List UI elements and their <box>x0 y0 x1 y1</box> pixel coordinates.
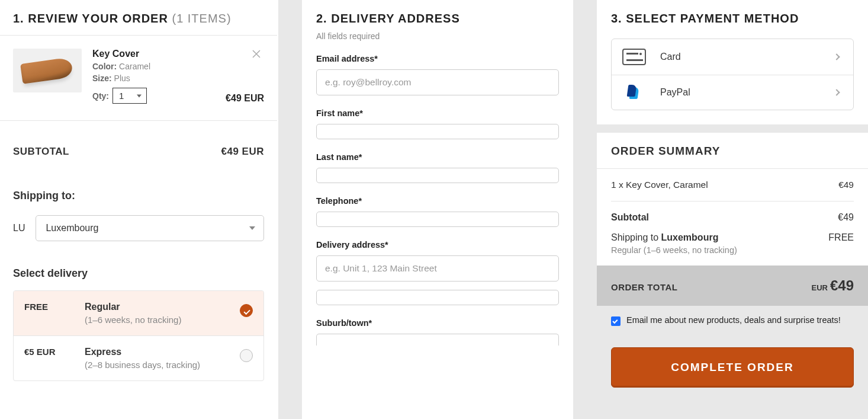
first-name-input[interactable] <box>316 124 559 139</box>
last-name-label: Last name* <box>316 152 559 162</box>
order-total-label: ORDER TOTAL <box>611 282 677 292</box>
complete-order-button[interactable]: COMPLETE ORDER <box>611 347 854 388</box>
delivery-price: €5 EUR <box>24 347 75 357</box>
address-label: Delivery address* <box>316 240 559 250</box>
qty-label: Qty: <box>92 91 109 101</box>
delivery-option-express[interactable]: €5 EUR Express (2–8 business days, track… <box>14 335 263 380</box>
email-optin-label: Email me about new products, deals and s… <box>626 315 841 325</box>
suburb-input[interactable] <box>316 334 559 346</box>
telephone-label: Telephone* <box>316 196 559 206</box>
delivery-option-regular[interactable]: FREE Regular (1–6 weeks, no tracking) <box>14 291 263 335</box>
delivery-detail: (2–8 business days, tracking) <box>85 360 230 370</box>
email-input[interactable]: e.g. roy@bellroy.com <box>316 69 559 95</box>
delivery-address-panel: 2. DELIVERY ADDRESS All fields required … <box>302 0 573 419</box>
product-size: Size: Plus <box>92 73 264 83</box>
delivery-name: Express <box>85 347 230 357</box>
delivery-price: FREE <box>24 302 75 312</box>
email-label: Email address* <box>316 54 559 63</box>
remove-item-button[interactable] <box>251 49 262 61</box>
summary-line-item: 1 x Key Cover, Caramel <box>611 180 708 190</box>
line-item-price: €49 EUR <box>226 93 264 104</box>
country-select[interactable]: Luxembourg <box>36 215 264 241</box>
all-fields-note: All fields required <box>316 31 559 41</box>
address-line1-input[interactable]: e.g. Unit 1, 123 Main Street <box>316 255 559 282</box>
qty-select[interactable]: 1 <box>112 88 147 104</box>
email-optin[interactable]: Email me about new products, deals and s… <box>611 315 854 326</box>
delivery-title: 2. DELIVERY ADDRESS <box>316 12 559 25</box>
order-total-currency: EUR <box>812 283 828 292</box>
radio-selected-icon <box>240 304 253 317</box>
order-summary-title: ORDER SUMMARY <box>611 145 854 158</box>
shipping-to-label: Shipping to: <box>13 190 264 202</box>
order-total-value: €49 <box>830 277 854 293</box>
cart-line-item: Key Cover Color: Caramel Size: Plus Qty:… <box>13 49 264 104</box>
payment-option-paypal[interactable]: PayPal <box>612 75 853 110</box>
subtotal-label: SUBTOTAL <box>13 146 69 158</box>
delivery-options: FREE Regular (1–6 weeks, no tracking) €5… <box>13 290 264 381</box>
delivery-detail: (1–6 weeks, no tracking) <box>85 315 230 325</box>
summary-subtotal-label: Subtotal <box>611 212 649 223</box>
close-icon <box>252 50 261 58</box>
country-code: LU <box>13 223 25 234</box>
payment-option-card[interactable]: Card <box>612 39 853 75</box>
chevron-right-icon <box>833 89 840 95</box>
last-name-input[interactable] <box>316 168 559 183</box>
summary-subtotal-value: €49 <box>838 212 854 223</box>
summary-shipping-line: Shipping to Luxembourg <box>611 232 718 243</box>
review-title-text: 1. REVIEW YOUR ORDER <box>13 12 168 25</box>
paypal-icon <box>622 85 646 100</box>
payment-method-panel: 3. SELECT PAYMENT METHOD Card PayPal <box>597 0 868 124</box>
suburb-label: Suburb/town* <box>316 318 559 328</box>
divider <box>0 120 277 121</box>
first-name-label: First name* <box>316 108 559 118</box>
telephone-input[interactable] <box>316 212 559 227</box>
product-color: Color: Caramel <box>92 62 264 71</box>
review-item-count: (1 ITEMS) <box>172 12 231 25</box>
product-name: Key Cover <box>92 49 264 59</box>
checkbox-checked-icon <box>611 316 621 326</box>
summary-shipping-method: Regular (1–6 weeks, no tracking) <box>611 245 854 255</box>
review-title: 1. REVIEW YOUR ORDER (1 ITEMS) <box>13 12 264 25</box>
address-line2-input[interactable] <box>316 290 559 305</box>
radio-icon <box>240 349 253 362</box>
card-icon <box>622 49 646 65</box>
select-delivery-heading: Select delivery <box>13 267 264 280</box>
divider <box>0 35 277 36</box>
payment-title: 3. SELECT PAYMENT METHOD <box>611 12 854 25</box>
product-thumbnail <box>13 49 82 92</box>
order-summary-panel: ORDER SUMMARY 1 x Key Cover, Caramel €49… <box>597 133 868 306</box>
summary-line-price: €49 <box>838 180 854 190</box>
subtotal-value: €49 EUR <box>221 146 264 158</box>
summary-shipping-price: FREE <box>828 232 854 243</box>
order-total-bar: ORDER TOTAL EUR€49 <box>597 266 868 306</box>
review-order-panel: 1. REVIEW YOUR ORDER (1 ITEMS) Key Cover… <box>0 0 278 419</box>
chevron-right-icon <box>833 53 840 60</box>
delivery-name: Regular <box>85 302 230 312</box>
